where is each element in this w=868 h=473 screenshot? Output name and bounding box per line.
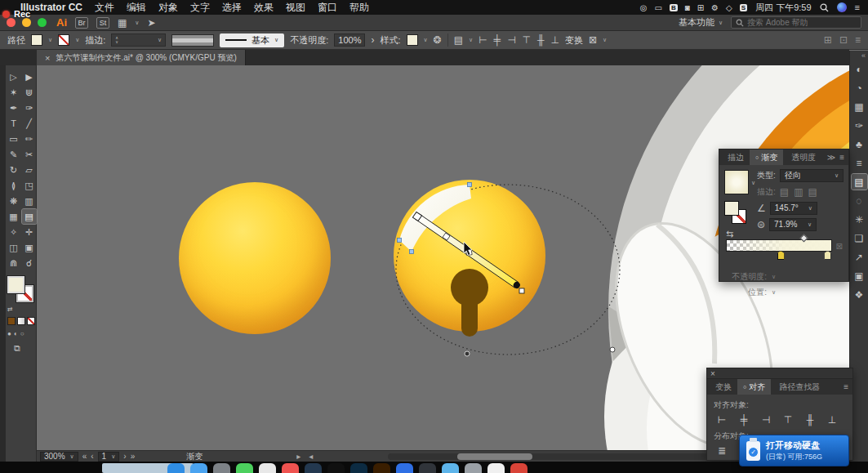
usb-drive-notification[interactable]: ✓ 打开移动硬盘 (日常) 可用:756G [739,435,849,466]
scissors-tool[interactable]: ✂ [22,147,37,162]
share-icon[interactable]: ➤ [147,17,155,29]
align-horizontal-left-icon[interactable]: ⊢ [714,413,730,426]
align-vertical-top-icon[interactable]: ⊤ [780,413,796,426]
arrange-documents-grid-icon[interactable]: ⊞ [824,34,832,46]
highlight-crescent-shape[interactable] [399,185,471,252]
display-icon[interactable]: ▭ [654,3,661,12]
rotate-tool[interactable]: ↻ [7,163,21,177]
menu-type[interactable]: 文字 [190,1,210,15]
graphic-style-swatch[interactable] [407,34,418,46]
status-flyout-right-icon[interactable]: ▸ [296,452,300,461]
dock-dark-icon[interactable] [419,463,436,473]
panel-menu-icon[interactable]: ≡ [839,153,844,162]
toolbar-fill-swatch[interactable] [7,276,24,293]
menubar-clock[interactable]: 周四 下午9:59 [755,2,811,14]
shaper-tool[interactable]: ✎ [7,147,21,162]
brushes-panel-icon[interactable]: ✑ [852,118,867,133]
dock-gray-icon[interactable] [465,463,482,473]
dock-blue-sphere-icon[interactable] [396,463,413,473]
brush-definition-dropdown[interactable]: 基本 ∨ [220,33,284,47]
tab-gradient[interactable]: ○ 渐变 [750,149,783,165]
dock-music-icon[interactable] [282,463,299,473]
stroke-weight-field[interactable]: ∧∨ ∨ [111,33,166,47]
adobe-help-search-input[interactable] [747,18,857,27]
bridge-button[interactable]: Br [75,17,88,29]
letter-s-badge[interactable]: S [740,4,747,11]
hand-tool[interactable]: ⋒ [7,256,21,270]
notification-center-icon[interactable]: ≡ [855,2,860,12]
horizontal-scrollbar-thumb[interactable] [457,453,532,460]
shape-builder-tool[interactable]: ◫ [7,240,21,255]
document-tab[interactable]: × 第六节课制作文件.ai* @ 300% (CMYK/GPU 预览) [37,50,246,65]
magic-wand-tool[interactable]: ✶ [7,85,21,100]
blend-tool[interactable]: ❋ [7,194,21,208]
align-vertical-bottom-icon[interactable]: ⊥ [824,413,840,426]
tab-close-icon[interactable]: × [45,53,50,63]
dock-white-icon[interactable] [487,463,505,473]
draw-inside-mode-icon[interactable]: ○ [20,330,24,337]
opacity-field[interactable]: 100% [334,33,365,47]
artboard-select[interactable]: 1 ∨ [98,452,120,462]
arrange-documents-icon[interactable]: ▦ [118,17,127,29]
menu-edit[interactable]: 编辑 [127,1,146,15]
color-button[interactable] [7,317,16,325]
siri-icon[interactable] [837,2,847,12]
expand-panels-icon[interactable]: « [861,51,866,60]
dock-safari-icon[interactable] [190,463,207,473]
direct-selection-tool[interactable]: ▷ [7,69,21,84]
last-artboard-button[interactable]: » [131,452,136,461]
tab-stroke[interactable]: 描边 [719,149,750,165]
next-artboard-button[interactable]: › [123,452,126,461]
path-node-filled[interactable] [465,351,470,356]
document-setup-caret-icon[interactable]: ∨ [469,37,473,43]
control-panel-menu-icon[interactable]: ≡ [855,34,861,46]
align-horizontal-right-icon[interactable]: ⊣ [758,413,774,426]
width-tool[interactable]: ≬ [7,178,21,193]
gradient-tool[interactable]: ▤ [22,209,37,224]
spotlight-search-icon[interactable] [820,3,829,12]
gradient-type-select[interactable]: 径向 ∨ [780,169,844,182]
layers-panel-icon[interactable]: ❖ [852,287,867,302]
stock-button[interactable]: St [96,17,109,29]
free-transform-tool[interactable]: ▱ [22,163,37,177]
path-node-hollow[interactable] [610,347,615,352]
gradient-midpoint-slider[interactable] [799,234,808,243]
swatches-panel-icon[interactable]: ▦ [852,99,867,114]
tab-transparency[interactable]: 透明度 [783,149,821,165]
transform-label[interactable]: 变换 [565,34,583,47]
artboard-tool[interactable]: ▣ [22,240,37,255]
letter-b-badge[interactable]: B [670,4,678,11]
status-flyout-left-icon[interactable]: ◂ [309,452,313,461]
arrange-documents-caret[interactable]: ∨ [135,20,139,26]
pen-tool[interactable]: ✒ [7,100,21,115]
mesh-tool[interactable]: ▦ [7,209,21,224]
shape-mode-icon[interactable]: ⊠ [589,34,597,46]
gradient-stop-right[interactable] [824,251,831,260]
transparency-panel-icon[interactable]: ◌ [852,193,867,208]
anchor-point[interactable] [410,250,414,254]
tab-align[interactable]: ○ 对齐 [737,379,771,395]
lasso-tool[interactable]: ⋓ [22,85,37,100]
gradient-button[interactable] [17,317,25,325]
gradient-presets-caret-icon[interactable]: ∨ [751,180,755,186]
dock-twitter-icon[interactable] [305,463,322,473]
screen-record-icon[interactable]: ◙ [685,3,690,12]
fill-color-swatch[interactable] [31,34,42,46]
menu-object[interactable]: 对象 [158,1,178,15]
dock-finder-icon[interactable] [167,463,185,473]
column-graph-tool[interactable]: ▥ [22,194,37,208]
align-horizontal-center-icon[interactable]: ╪ [736,413,752,426]
stroke-weight-stepper[interactable]: ∧∨ [115,36,118,44]
screen-mode-icon[interactable]: ⧉ [14,343,20,354]
gradient-angle-field[interactable]: 145.7° ∨ [770,202,817,215]
menu-view[interactable]: 视图 [286,1,305,15]
draw-behind-mode-icon[interactable]: ◐ [14,330,18,337]
input-source-icon[interactable]: ⊞ [697,3,704,12]
gradient-panel-icon[interactable]: ▤ [852,174,867,190]
export-panel-icon[interactable]: ↗ [852,249,867,265]
none-button[interactable] [27,317,35,325]
gradient-stop-left[interactable] [777,251,785,260]
anchor-point[interactable] [398,239,402,243]
perspective-grid-tool[interactable]: ◳ [22,178,37,193]
dock-app-gray-icon[interactable] [213,463,230,473]
